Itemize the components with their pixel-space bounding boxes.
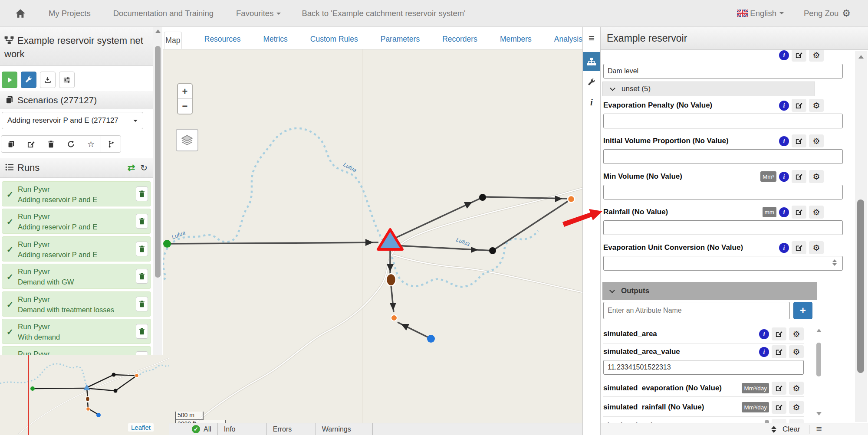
tab-parameters[interactable]: Parameters — [381, 35, 420, 49]
delete-run-button[interactable] — [136, 269, 148, 284]
run-item[interactable]: ✓ Run Pywr Adding reservoir P and E — [2, 236, 151, 262]
tab-custom-rules[interactable]: Custom Rules — [310, 35, 358, 49]
add-attribute-button[interactable]: + — [793, 302, 812, 319]
demand-node[interactable] — [427, 335, 435, 343]
scroll-up-icon[interactable] — [816, 329, 822, 332]
edit-icon[interactable] — [772, 327, 786, 340]
gear-icon[interactable]: ⚙ — [809, 134, 824, 147]
attribute-value-input[interactable] — [603, 220, 843, 235]
scroll-up-icon[interactable] — [155, 29, 161, 33]
edit-icon[interactable] — [792, 170, 806, 183]
info-icon[interactable]: i — [779, 136, 789, 146]
scrollbar-thumb[interactable] — [857, 200, 864, 373]
attribute-value-input[interactable] — [603, 114, 843, 128]
gear-icon[interactable]: ⚙ — [809, 170, 824, 183]
strip-info-tab[interactable]: i — [583, 93, 600, 112]
tab-metrics[interactable]: Metrics — [263, 35, 287, 49]
info-icon[interactable]: i — [779, 207, 789, 217]
output-value-input[interactable] — [603, 360, 804, 375]
junction-node[interactable] — [391, 315, 397, 321]
nav-favourites[interactable]: Favourites — [236, 9, 281, 18]
run-item[interactable]: ✓ Run Pywr Demand with GW — [2, 264, 151, 289]
info-icon[interactable]: i — [779, 101, 789, 111]
zoom-out-button[interactable]: − — [178, 99, 192, 114]
tab-recorders[interactable]: Recorders — [442, 35, 477, 49]
info-icon[interactable]: i — [759, 329, 769, 339]
link-node[interactable] — [489, 247, 496, 254]
delete-run-button[interactable] — [136, 214, 148, 229]
clone-scenario-button[interactable] — [1, 135, 21, 153]
gear-icon[interactable]: ⚙ — [789, 345, 804, 358]
nav-documentation[interactable]: Documentation and Training — [113, 9, 214, 18]
attribute-value-input[interactable] — [603, 149, 843, 164]
gear-icon[interactable]: ⚙ — [809, 99, 824, 112]
clear-button[interactable]: Clear — [783, 425, 800, 434]
edit-icon[interactable] — [772, 419, 786, 423]
attribute-value-input[interactable] — [603, 64, 843, 78]
unset-section-header[interactable]: unset (5) — [602, 82, 815, 96]
branch-scenario-button[interactable] — [101, 135, 121, 153]
layers-button[interactable] — [176, 129, 198, 151]
scenario-selector[interactable]: Adding reservoir P and E (277127 — [2, 112, 143, 129]
footer-menu-icon[interactable]: ≡ — [816, 423, 822, 435]
download-button[interactable] — [40, 72, 56, 88]
panel-scrollbar[interactable] — [855, 51, 867, 422]
zoom-in-button[interactable]: + — [178, 84, 192, 99]
edit-scenario-button[interactable] — [21, 135, 41, 153]
home-icon[interactable] — [15, 9, 26, 18]
info-icon[interactable]: i — [779, 172, 789, 182]
scroll-up-icon[interactable] — [858, 55, 864, 59]
run-button[interactable] — [2, 72, 17, 88]
run-item[interactable]: ✓ Run Pywr Adding reservoir P and E — [2, 181, 151, 206]
user-menu[interactable]: Peng Zou — [804, 9, 838, 18]
outflow-node[interactable] — [568, 196, 575, 203]
gear-icon[interactable]: ⚙ — [809, 206, 824, 219]
favourite-scenario-button[interactable]: ☆ — [81, 135, 101, 153]
link-node[interactable] — [479, 194, 486, 201]
overview-minimap[interactable]: Leaflet — [0, 355, 169, 435]
treatment-node[interactable] — [386, 274, 396, 286]
run-item[interactable]: ✓ Run Pywr Demand with treatment losses — [2, 291, 151, 317]
reload-runs-icon[interactable]: ↻ — [140, 163, 148, 173]
attribute-number-input[interactable] — [603, 256, 843, 271]
configure-button[interactable] — [21, 72, 36, 88]
outputs-section-header[interactable]: Outputs — [602, 282, 817, 300]
tab-resources[interactable]: Resources — [204, 35, 241, 49]
edit-icon[interactable] — [772, 345, 786, 358]
gear-icon[interactable]: ⚙ — [789, 327, 804, 340]
status-filter-info[interactable]: Info — [218, 423, 266, 435]
status-filter-errors[interactable]: Errors — [267, 423, 316, 435]
delete-run-button[interactable] — [136, 186, 148, 201]
strip-network-tab[interactable] — [583, 52, 600, 71]
gear-icon[interactable]: ⚙ — [809, 50, 824, 62]
info-icon[interactable]: i — [779, 50, 789, 60]
outputs-scrollbar[interactable] — [815, 326, 823, 418]
status-filter-warnings[interactable]: Warnings — [316, 423, 372, 435]
language-selector[interactable]: English — [750, 9, 776, 18]
user-settings-gear-icon[interactable]: ⚙ — [842, 8, 851, 19]
info-icon[interactable]: i — [779, 243, 789, 253]
edit-icon[interactable] — [792, 99, 806, 112]
strip-tools-tab[interactable] — [583, 73, 600, 92]
compare-runs-icon[interactable]: ⇄ — [128, 163, 135, 173]
info-icon[interactable]: i — [759, 347, 769, 357]
scrollbar-thumb[interactable] — [816, 343, 821, 376]
run-item[interactable]: ✓ Run Pywr With demand — [2, 319, 151, 344]
tab-map[interactable]: Map — [164, 32, 182, 49]
settings-sliders-button[interactable] — [59, 72, 75, 88]
number-spinner[interactable] — [832, 259, 837, 266]
delete-run-button[interactable] — [136, 324, 148, 339]
nav-back-link[interactable]: Back to 'Example catchment reservoir sys… — [302, 9, 465, 18]
refresh-scenario-button[interactable] — [61, 135, 81, 153]
gear-icon[interactable] — [789, 419, 804, 423]
edit-icon[interactable] — [772, 382, 786, 395]
nav-my-projects[interactable]: My Projects — [49, 9, 91, 18]
add-attribute-input[interactable] — [603, 302, 790, 319]
scroll-down-icon[interactable] — [816, 412, 822, 415]
edit-icon[interactable] — [772, 401, 786, 414]
gear-icon[interactable]: ⚙ — [789, 401, 804, 414]
status-filter-all[interactable]: ✓ All — [186, 423, 217, 435]
scrollbar-thumb[interactable] — [155, 46, 161, 278]
gear-icon[interactable]: ⚙ — [809, 241, 824, 254]
run-item[interactable]: ✓ Run Pywr Adding reservoir P and E — [2, 209, 151, 234]
